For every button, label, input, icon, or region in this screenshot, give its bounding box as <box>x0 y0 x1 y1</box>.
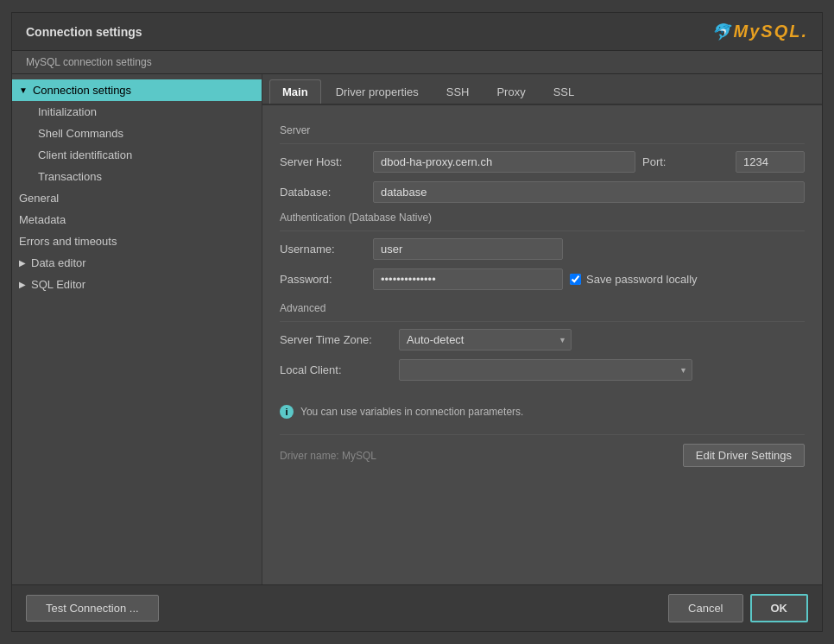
dialog-header: Connection settings 🐬 MySQL. <box>12 13 822 51</box>
save-password-checkbox[interactable] <box>570 274 581 285</box>
sidebar-item-initialization[interactable]: Initialization <box>12 101 262 123</box>
username-row: Username: <box>280 238 805 260</box>
username-label: Username: <box>280 243 366 256</box>
sidebar-item-label: Connection settings <box>33 84 131 97</box>
timezone-select-wrapper: Auto-detect UTC Server default <box>399 329 572 350</box>
form-area: Server Server Host: Port: Database: Auth… <box>262 105 822 584</box>
database-label: Database: <box>280 186 366 199</box>
mysql-logo: 🐬 MySQL. <box>711 22 808 41</box>
sidebar-item-sql-editor[interactable]: ▶ SQL Editor <box>12 274 262 295</box>
arrow-right-icon: ▶ <box>19 258 26 268</box>
tab-ssl[interactable]: SSL <box>540 79 588 104</box>
advanced-section-label: Advanced <box>280 302 805 314</box>
sidebar-item-client-identification[interactable]: Client identification <box>12 144 262 166</box>
sidebar-item-label: Shell Commands <box>38 127 123 140</box>
sidebar-item-label: SQL Editor <box>31 278 85 291</box>
server-host-row: Server Host: Port: <box>280 151 805 173</box>
timezone-row: Server Time Zone: Auto-detect UTC Server… <box>280 329 805 350</box>
dialog-footer: Test Connection ... Cancel OK <box>12 584 822 631</box>
cancel-button[interactable]: Cancel <box>668 594 742 622</box>
arrow-down-icon: ▼ <box>19 85 28 95</box>
save-password-label[interactable]: Save password locally <box>570 273 698 286</box>
driver-name: Driver name: MySQL <box>280 450 376 462</box>
arrow-right-icon: ▶ <box>19 280 26 289</box>
tab-main[interactable]: Main <box>269 79 321 104</box>
sidebar-item-shell-commands[interactable]: Shell Commands <box>12 123 262 144</box>
timezone-select[interactable]: Auto-detect UTC Server default <box>399 329 572 350</box>
tab-driver-properties[interactable]: Driver properties <box>323 79 432 104</box>
password-label: Password: <box>280 273 366 286</box>
password-input[interactable] <box>373 268 563 290</box>
database-row: Database: <box>280 181 805 203</box>
dialog-body: ▼ Connection settings Initialization She… <box>12 74 822 584</box>
info-icon: i <box>280 405 294 419</box>
tab-ssh[interactable]: SSH <box>433 79 483 104</box>
sidebar-item-label: Metadata <box>19 213 66 226</box>
server-host-label: Server Host: <box>280 155 366 168</box>
sidebar-item-label: Initialization <box>38 105 97 118</box>
local-client-select[interactable] <box>399 359 692 381</box>
info-note: i You can use variables in connection pa… <box>280 398 805 426</box>
password-row: Password: Save password locally <box>280 268 805 290</box>
sidebar-item-metadata[interactable]: Metadata <box>12 209 262 230</box>
sidebar-item-label: Transactions <box>38 170 102 183</box>
driver-row: Driver name: MySQL Edit Driver Settings <box>280 434 805 467</box>
local-client-row: Local Client: <box>280 359 805 381</box>
dolphin-icon: 🐬 <box>711 22 730 41</box>
server-section-label: Server <box>280 124 805 136</box>
dialog-subtitle: MySQL connection settings <box>12 51 822 74</box>
port-label: Port: <box>642 155 729 168</box>
info-note-text: You can use variables in connection para… <box>300 406 523 418</box>
sidebar-item-connection-settings[interactable]: ▼ Connection settings <box>12 79 262 101</box>
timezone-label: Server Time Zone: <box>280 333 392 346</box>
footer-right: Cancel OK <box>668 594 808 622</box>
footer-left: Test Connection ... <box>26 595 159 622</box>
sidebar: ▼ Connection settings Initialization She… <box>12 74 262 584</box>
sidebar-item-data-editor[interactable]: ▶ Data editor <box>12 252 262 274</box>
sidebar-item-label: General <box>19 192 59 205</box>
local-client-select-wrapper <box>399 359 692 381</box>
tab-proxy[interactable]: Proxy <box>483 79 538 104</box>
server-host-input[interactable] <box>373 151 635 173</box>
sidebar-item-label: Errors and timeouts <box>19 235 117 248</box>
dialog-title: Connection settings <box>26 25 142 39</box>
server-divider <box>280 143 805 144</box>
sidebar-item-errors-timeouts[interactable]: Errors and timeouts <box>12 230 262 252</box>
advanced-divider <box>280 321 805 322</box>
connection-dialog: Connection settings 🐬 MySQL. MySQL conne… <box>11 12 823 632</box>
logo-text: MySQL. <box>734 22 808 41</box>
port-input[interactable] <box>736 151 805 173</box>
local-client-label: Local Client: <box>280 363 392 376</box>
database-input[interactable] <box>373 181 805 203</box>
test-connection-button[interactable]: Test Connection ... <box>26 595 159 622</box>
main-content: Main Driver properties SSH Proxy SSL Ser <box>262 74 822 584</box>
auth-section-label: Authentication (Database Native) <box>280 212 805 224</box>
tab-bar: Main Driver properties SSH Proxy SSL <box>262 74 822 105</box>
sidebar-item-label: Client identification <box>38 148 132 161</box>
sidebar-item-label: Data editor <box>31 256 86 269</box>
driver-name-value: MySQL <box>342 450 376 462</box>
auth-divider <box>280 230 805 231</box>
ok-button[interactable]: OK <box>750 594 809 622</box>
edit-driver-button[interactable]: Edit Driver Settings <box>683 444 805 467</box>
sidebar-item-general[interactable]: General <box>12 187 262 209</box>
username-input[interactable] <box>373 238 563 260</box>
sidebar-item-transactions[interactable]: Transactions <box>12 166 262 187</box>
